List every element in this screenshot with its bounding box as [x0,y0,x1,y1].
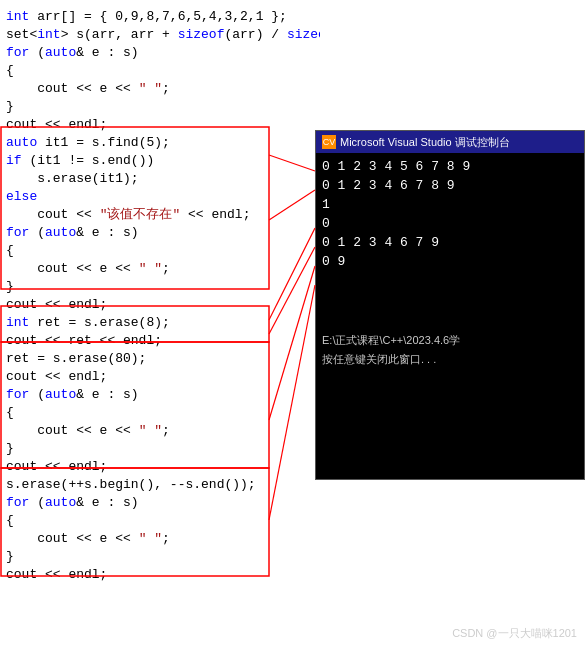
code-line-22: for (auto& e : s) [6,386,314,404]
terminal-icon: CV [322,135,336,149]
watermark: CSDN @一只大喵咪1201 [452,626,577,641]
code-line-30: cout << e << " "; [6,530,314,548]
code-line-1: int arr[] = { 0,9,8,7,6,5,4,3,2,1 }; [6,8,314,26]
code-line-3: for (auto& e : s) [6,44,314,62]
code-line-28: for (auto& e : s) [6,494,314,512]
terminal-line-2: 0 1 2 3 4 6 7 8 9 [322,176,578,195]
code-line-26: cout << endl; [6,458,314,476]
code-line-15: cout << e << " "; [6,260,314,278]
terminal-line-1: 0 1 2 3 4 5 6 7 8 9 [322,157,578,176]
code-line-10: s.erase(it1); [6,170,314,188]
code-line-29: { [6,512,314,530]
main-container: int arr[] = { 0,9,8,7,6,5,4,3,2,1 }; set… [0,0,585,645]
code-line-25: } [6,440,314,458]
code-line-8: auto it1 = s.find(5); [6,134,314,152]
code-line-13: for (auto& e : s) [6,224,314,242]
terminal-path: E:\正式课程\C++\2023.4.6学 [322,331,578,350]
terminal-line-3: 1 [322,195,578,214]
terminal-content: 0 1 2 3 4 5 6 7 8 9 0 1 2 3 4 6 7 8 9 1 … [316,153,584,373]
code-line-5: cout << e << " "; [6,80,314,98]
code-line-20: ret = s.erase(80); [6,350,314,368]
code-line-16: } [6,278,314,296]
code-line-9: if (it1 != s.end()) [6,152,314,170]
terminal-panel: CV Microsoft Visual Studio 调试控制台 0 1 2 3… [315,130,585,480]
code-line-6: } [6,98,314,116]
terminal-line-5: 0 1 2 3 4 6 7 9 [322,233,578,252]
code-line-14: { [6,242,314,260]
code-line-19: cout << ret << endl; [6,332,314,350]
code-line-18: int ret = s.erase(8); [6,314,314,332]
terminal-titlebar: CV Microsoft Visual Studio 调试控制台 [316,131,584,153]
terminal-line-4: 0 [322,214,578,233]
terminal-close-hint: 按任意键关闭此窗口. . . [322,350,578,369]
code-line-17: cout << endl; [6,296,314,314]
code-line-21: cout << endl; [6,368,314,386]
code-line-27: s.erase(++s.begin(), --s.end()); [6,476,314,494]
terminal-title: Microsoft Visual Studio 调试控制台 [340,135,510,150]
code-line-32: cout << endl; [6,566,314,584]
code-line-4: { [6,62,314,80]
code-line-12: cout << "该值不存在" << endl; [6,206,314,224]
code-line-31: } [6,548,314,566]
terminal-line-6: 0 9 [322,252,578,271]
code-line-23: { [6,404,314,422]
code-line-2: set<int> s(arr, arr + sizeof(arr) / size… [6,26,314,44]
code-line-24: cout << e << " "; [6,422,314,440]
code-line-7: cout << endl; [6,116,314,134]
code-line-11: else [6,188,314,206]
code-panel: int arr[] = { 0,9,8,7,6,5,4,3,2,1 }; set… [0,0,320,645]
